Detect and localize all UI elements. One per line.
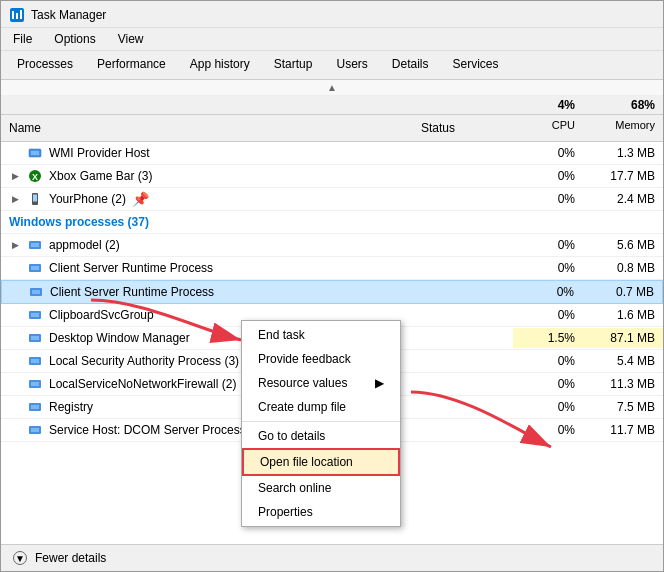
process-icon xyxy=(27,399,43,415)
fewer-details-icon: ▼ xyxy=(13,551,27,565)
context-menu: End task Provide feedback Resource value… xyxy=(241,320,401,527)
process-name: WMI Provider Host xyxy=(49,146,150,160)
process-icon xyxy=(27,145,43,161)
process-icon xyxy=(28,284,44,300)
process-icon xyxy=(27,260,43,276)
process-cpu: 0% xyxy=(512,282,582,302)
svg-rect-11 xyxy=(31,243,39,247)
col-memory-header[interactable]: Memory xyxy=(583,117,663,139)
svg-rect-23 xyxy=(31,382,39,386)
sort-indicator: ▲ xyxy=(1,80,663,96)
process-cpu: 0% xyxy=(513,166,583,186)
context-create-dump[interactable]: Create dump file xyxy=(242,395,400,419)
process-name: ClipboardSvcGroup xyxy=(49,308,154,322)
process-cpu: 0% xyxy=(513,235,583,255)
process-name: Client Server Runtime Process xyxy=(49,261,213,275)
tab-bar: Processes Performance App history Startu… xyxy=(1,51,663,80)
process-name: Client Server Runtime Process xyxy=(50,285,214,299)
svg-rect-15 xyxy=(32,290,40,294)
expand-arrow[interactable]: ▶ xyxy=(9,239,21,251)
tab-details[interactable]: Details xyxy=(380,51,441,79)
table-row-selected[interactable]: Client Server Runtime Process 0% 0.7 MB xyxy=(1,280,663,304)
context-search-online[interactable]: Search online xyxy=(242,476,400,500)
process-name: LocalServiceNoNetworkFirewall (2) xyxy=(49,377,236,391)
process-memory: 0.7 MB xyxy=(582,282,662,302)
svg-rect-5 xyxy=(31,151,39,155)
process-memory: 1.6 MB xyxy=(583,305,663,325)
process-name: YourPhone (2) xyxy=(49,192,126,206)
svg-rect-2 xyxy=(16,13,18,19)
col-cpu-header[interactable]: CPU xyxy=(513,117,583,139)
main-content: ▲ 4% 68% Name Status CPU Memory xyxy=(1,80,663,544)
svg-rect-25 xyxy=(31,405,39,409)
tab-services[interactable]: Services xyxy=(441,51,511,79)
tab-app-history[interactable]: App history xyxy=(178,51,262,79)
menu-options[interactable]: Options xyxy=(50,30,99,48)
tab-users[interactable]: Users xyxy=(324,51,379,79)
tab-startup[interactable]: Startup xyxy=(262,51,325,79)
process-name: Local Security Authority Process (3) xyxy=(49,354,239,368)
context-properties[interactable]: Properties xyxy=(242,500,400,524)
process-table: WMI Provider Host 0% 1.3 MB ▶ X Xbox Gam… xyxy=(1,142,663,544)
process-cpu: 0% xyxy=(513,189,583,209)
process-memory: 87.1 MB xyxy=(583,328,663,348)
usage-row: 4% 68% xyxy=(1,96,663,115)
process-name: Xbox Game Bar (3) xyxy=(49,169,152,183)
process-cpu: 0% xyxy=(513,397,583,417)
menu-file[interactable]: File xyxy=(9,30,36,48)
memory-usage: 68% xyxy=(583,96,663,114)
process-cpu: 0% xyxy=(513,420,583,440)
context-go-to-details[interactable]: Go to details xyxy=(242,424,400,448)
process-memory: 17.7 MB xyxy=(583,166,663,186)
table-row[interactable]: WMI Provider Host 0% 1.3 MB xyxy=(1,142,663,165)
process-cpu: 1.5% xyxy=(513,328,583,348)
context-end-task[interactable]: End task xyxy=(242,323,400,347)
table-row[interactable]: ▶ YourPhone (2) 📌 0% 2.4 MB xyxy=(1,188,663,211)
svg-rect-1 xyxy=(12,11,14,19)
svg-rect-17 xyxy=(31,313,39,317)
menu-view[interactable]: View xyxy=(114,30,148,48)
svg-rect-13 xyxy=(31,266,39,270)
process-name: appmodel (2) xyxy=(49,238,120,252)
expand-arrow[interactable]: ▶ xyxy=(9,193,21,205)
table-row[interactable]: Client Server Runtime Process 0% 0.8 MB xyxy=(1,257,663,280)
window-title: Task Manager xyxy=(31,8,106,22)
expand-arrow[interactable]: ▶ xyxy=(9,170,21,182)
footer[interactable]: ▼ Fewer details xyxy=(1,544,663,571)
task-manager-window: Task Manager File Options View Processes… xyxy=(0,0,664,572)
svg-rect-19 xyxy=(31,336,39,340)
process-cpu: 0% xyxy=(513,258,583,278)
table-row[interactable]: ▶ X Xbox Game Bar (3) 0% 17.7 MB xyxy=(1,165,663,188)
process-icon xyxy=(27,376,43,392)
context-separator xyxy=(242,421,400,422)
svg-text:X: X xyxy=(32,172,38,182)
process-memory: 5.4 MB xyxy=(583,351,663,371)
col-name-header[interactable]: Name xyxy=(1,117,413,139)
tab-performance[interactable]: Performance xyxy=(85,51,178,79)
fewer-details-label: Fewer details xyxy=(35,551,106,565)
process-memory: 5.6 MB xyxy=(583,235,663,255)
context-provide-feedback[interactable]: Provide feedback xyxy=(242,347,400,371)
svg-rect-21 xyxy=(31,359,39,363)
svg-rect-9 xyxy=(33,195,37,202)
process-cpu: 0% xyxy=(513,143,583,163)
process-memory: 1.3 MB xyxy=(583,143,663,163)
process-memory: 11.7 MB xyxy=(583,420,663,440)
submenu-arrow-icon: ▶ xyxy=(375,376,384,390)
xbox-icon: X xyxy=(27,168,43,184)
title-bar: Task Manager xyxy=(1,1,663,28)
windows-section-header: Windows processes (37) xyxy=(1,211,663,234)
process-cpu: 0% xyxy=(513,351,583,371)
process-memory: 0.8 MB xyxy=(583,258,663,278)
table-header: Name Status CPU Memory xyxy=(1,115,663,142)
phone-icon xyxy=(27,191,43,207)
col-status-header[interactable]: Status xyxy=(413,117,513,139)
tab-processes[interactable]: Processes xyxy=(5,51,85,79)
pin-icon: 📌 xyxy=(132,191,149,207)
process-memory: 2.4 MB xyxy=(583,189,663,209)
context-resource-values[interactable]: Resource values ▶ xyxy=(242,371,400,395)
context-open-file-location[interactable]: Open file location xyxy=(242,448,400,476)
svg-rect-27 xyxy=(31,428,39,432)
table-row[interactable]: ▶ appmodel (2) 0% 5.6 MB xyxy=(1,234,663,257)
cpu-usage: 4% xyxy=(513,96,583,114)
